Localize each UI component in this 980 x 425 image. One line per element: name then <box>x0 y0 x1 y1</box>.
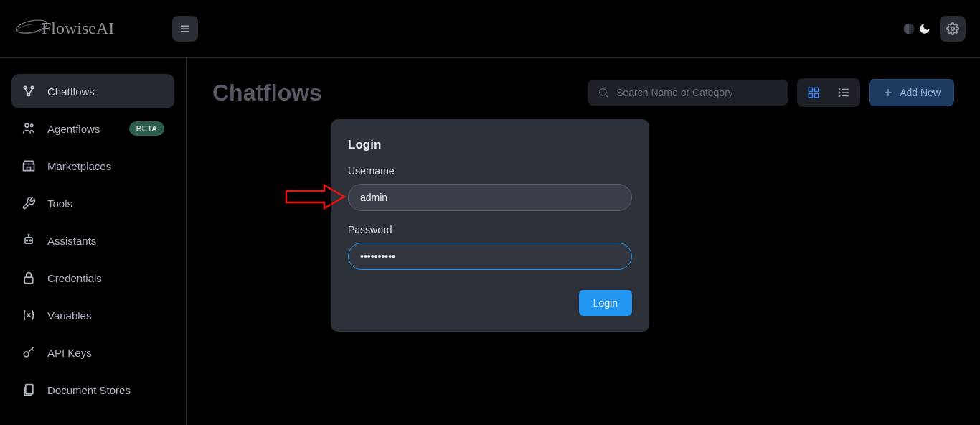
lock-icon <box>22 271 36 285</box>
moon-icon <box>918 22 931 35</box>
svg-rect-30 <box>815 94 819 98</box>
svg-point-36 <box>839 95 840 97</box>
sidebar-item-assistants[interactable]: Assistants <box>11 223 174 258</box>
svg-point-14 <box>31 124 33 126</box>
login-modal: Login Username Password Login <box>331 119 649 332</box>
logo[interactable]: FlowiseAI <box>14 7 158 50</box>
wrench-icon <box>22 196 36 210</box>
sidebar-item-variables[interactable]: Variables <box>11 298 174 332</box>
svg-rect-29 <box>809 94 812 98</box>
svg-point-19 <box>28 235 29 236</box>
svg-point-17 <box>30 240 32 241</box>
sidebar-item-label: Document Stores <box>47 384 131 396</box>
search-box[interactable] <box>588 80 788 106</box>
sidebar-item-label: Tools <box>47 197 72 210</box>
sidebar-item-label: Agentflows <box>47 123 100 135</box>
documents-icon <box>22 383 36 397</box>
arrow-annotation-icon <box>283 182 347 211</box>
svg-point-13 <box>25 123 29 127</box>
svg-point-25 <box>600 89 606 95</box>
list-view-button[interactable] <box>830 81 857 104</box>
add-button-label: Add New <box>900 87 941 98</box>
view-toggle <box>797 78 860 107</box>
sidebar-item-label: API Keys <box>47 347 92 359</box>
sidebar-item-agentflows[interactable]: Agentflows BETA <box>11 111 174 146</box>
page-title: Chatflows <box>212 80 322 106</box>
hamburger-icon <box>179 22 192 35</box>
username-label: Username <box>348 165 632 177</box>
header-right <box>901 16 966 42</box>
search-input[interactable] <box>616 87 778 98</box>
store-icon <box>22 159 36 173</box>
beta-badge: BETA <box>129 121 164 136</box>
sidebar-item-label: Variables <box>47 309 91 322</box>
sidebar-item-documentstores[interactable]: Document Stores <box>11 373 174 407</box>
sidebar-item-label: Credentials <box>47 272 102 284</box>
key-icon <box>22 345 36 360</box>
sidebar: Chatflows Agentflows BETA Marketplaces T… <box>0 58 187 425</box>
sidebar-item-apikeys[interactable]: API Keys <box>11 335 174 370</box>
moon-half-icon <box>901 21 917 37</box>
svg-rect-24 <box>26 385 33 394</box>
workflow-icon <box>22 84 36 98</box>
grid-icon <box>807 86 820 99</box>
sidebar-item-credentials[interactable]: Credentials <box>11 261 174 295</box>
agents-icon <box>22 121 36 136</box>
grid-view-button[interactable] <box>800 81 827 104</box>
theme-toggle[interactable] <box>901 21 931 37</box>
modal-footer: Login <box>348 290 632 316</box>
svg-line-26 <box>606 95 608 97</box>
sidebar-item-marketplaces[interactable]: Marketplaces <box>11 149 174 183</box>
password-label: Password <box>348 224 632 235</box>
header: FlowiseAI <box>0 0 980 58</box>
username-input[interactable] <box>348 184 632 211</box>
header-left: FlowiseAI <box>14 7 198 50</box>
svg-point-16 <box>27 240 28 241</box>
sidebar-item-label: Marketplaces <box>47 160 111 172</box>
svg-point-9 <box>31 86 33 88</box>
svg-point-8 <box>24 86 26 88</box>
svg-line-11 <box>25 89 28 94</box>
sidebar-item-label: Chatflows <box>47 85 95 98</box>
content-header: Chatflows <box>212 78 954 107</box>
add-new-button[interactable]: Add New <box>869 79 954 106</box>
assistant-icon <box>22 233 36 248</box>
svg-text:FlowiseAI: FlowiseAI <box>42 19 114 37</box>
sidebar-item-label: Assistants <box>47 235 96 247</box>
content-actions: Add New <box>588 78 954 107</box>
modal-title: Login <box>348 138 632 152</box>
hamburger-menu-button[interactable] <box>172 16 198 42</box>
variables-icon <box>22 308 36 322</box>
svg-point-35 <box>839 92 840 93</box>
svg-point-10 <box>27 93 29 95</box>
svg-line-12 <box>29 89 32 94</box>
flowise-logo-icon: FlowiseAI <box>14 11 158 47</box>
svg-point-23 <box>24 352 29 357</box>
svg-rect-27 <box>809 88 812 91</box>
svg-point-7 <box>951 27 955 31</box>
gear-icon <box>946 22 959 35</box>
svg-point-34 <box>839 89 840 90</box>
svg-rect-20 <box>24 277 33 283</box>
sidebar-item-chatflows[interactable]: Chatflows <box>11 74 174 108</box>
svg-rect-28 <box>815 88 819 91</box>
password-input[interactable] <box>348 243 632 270</box>
plus-icon <box>882 87 894 98</box>
search-icon <box>598 87 609 98</box>
sidebar-item-tools[interactable]: Tools <box>11 186 174 220</box>
list-icon <box>837 86 850 99</box>
login-button[interactable]: Login <box>579 290 632 316</box>
settings-button[interactable] <box>940 16 966 42</box>
